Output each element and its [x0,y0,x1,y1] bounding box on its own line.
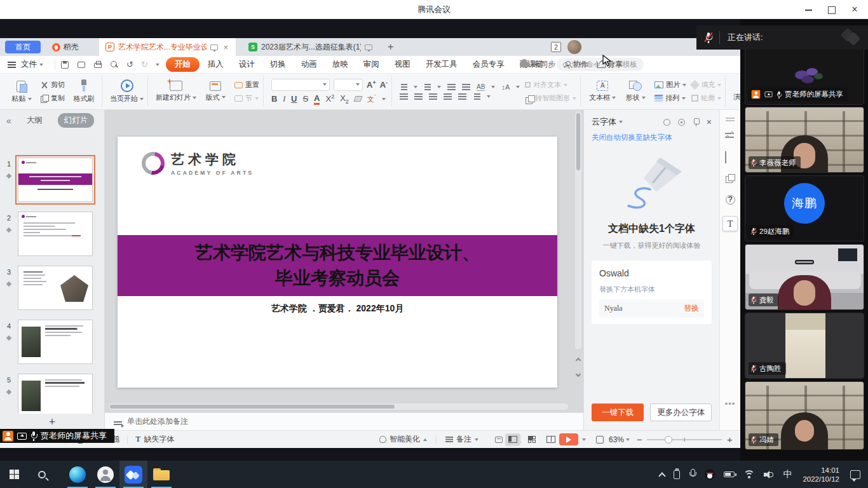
tab-close-icon[interactable]: × [222,43,229,52]
slide-thumbnail-5[interactable]: 5 [0,374,104,414]
share-button[interactable]: 分享 [597,59,623,70]
distribute-icon[interactable] [458,93,466,95]
decrease-indent-icon[interactable] [447,84,456,85]
shapes-button[interactable]: 形状 [621,81,649,102]
previous-slide-button[interactable] [574,355,583,365]
add-slide-button[interactable]: + [0,414,104,430]
more-tools-icon[interactable]: ••• [725,399,736,409]
tray-expand-button[interactable] [655,461,669,488]
gear-icon[interactable] [677,118,686,126]
missing-font-status[interactable]: T缺失字体 [128,434,182,445]
font-family-select[interactable] [271,79,330,91]
slide-thumbnail-3[interactable]: 3 [0,266,104,310]
participant-tile[interactable]: 李薇薇老师 [745,107,864,173]
decrease-font-icon[interactable]: A- [380,79,388,90]
slide-thumbnail-1[interactable]: 1 [0,158,104,202]
menu-item-devtools[interactable]: 开发工具 [419,57,465,72]
horizontal-scrollbar[interactable] [109,403,568,410]
fill-button[interactable]: 填充 [691,80,721,90]
bullet-list-icon[interactable] [401,84,407,85]
justify-icon[interactable] [444,93,452,95]
tray-usb-icon[interactable] [669,461,684,488]
text-direction-button[interactable]: AB [477,83,485,91]
bold-button[interactable]: B [271,94,277,104]
participant-tile[interactable]: 龚毅 [745,244,864,310]
replace-link[interactable]: 替换 [684,303,699,314]
strikethrough-button[interactable]: S [302,94,308,104]
increase-font-icon[interactable]: A+ [367,79,376,90]
taskbar-contacts-app[interactable] [92,461,119,488]
zoom-slider[interactable] [647,439,722,440]
menu-item-transition[interactable]: 切换 [263,57,293,72]
menu-item-slideshow[interactable]: 放映 [325,57,355,72]
tray-battery-icon[interactable] [719,461,739,488]
tray-qq-icon[interactable] [700,461,719,488]
phonetic-guide-button[interactable]: 文ˉ [367,93,376,104]
zoom-out-button[interactable]: − [637,434,642,445]
play-options-icon[interactable] [582,438,586,441]
window-list-badge[interactable]: 2 [551,42,561,52]
next-slide-button[interactable] [574,369,583,379]
align-text-button[interactable]: 对齐文本 [525,80,576,90]
play-from-page-button[interactable]: 当页开始 [110,79,144,104]
feedback-icon[interactable] [663,118,671,126]
zoom-slider-knob[interactable] [665,436,672,444]
subscript-button[interactable]: X2 [340,93,349,105]
participant-tile[interactable]: 古陶胜 [745,313,864,379]
superscript-button[interactable]: X2 [325,93,334,104]
menu-item-member[interactable]: 会员专享 [466,57,512,72]
slideshow-play-button[interactable] [559,433,578,445]
slide-thumbnail-2[interactable]: 2 [0,212,104,256]
panel-title[interactable]: 云字体 [592,116,616,128]
tab-docer[interactable]: 稻壳 [41,38,90,56]
help-icon[interactable]: ? [726,195,735,205]
italic-button[interactable]: I [283,94,285,104]
slide-title-banner[interactable]: 艺术学院艺术与科技专业毕业设计、 毕业考察动员会 [118,235,557,296]
align-center-icon[interactable] [414,93,423,95]
screen-share-banner[interactable]: 贾老师的屏幕共享 [0,429,114,443]
font-size-select[interactable] [334,79,363,91]
close-panel-icon[interactable]: × [707,117,712,127]
tray-ime-indicator[interactable]: 中 [778,461,796,488]
tab-home[interactable]: 首页 [5,41,41,53]
textbox-button[interactable]: A文本框 [588,81,616,102]
taskbar-file-explorer[interactable] [147,461,175,488]
vertical-scrollbar[interactable] [575,111,581,349]
action-center-button[interactable] [846,461,868,488]
underline-button[interactable]: U [291,94,297,104]
columns-icon[interactable] [474,93,480,95]
properties-icon[interactable] [725,130,735,140]
slide-canvas[interactable]: 艺术学院 ACADEMY OF ARTS 艺术学院艺术与科技专业毕业设计、 毕业… [118,137,557,388]
layout-button[interactable]: 版式 [201,81,229,102]
sync-status[interactable]: 未同步 [520,59,555,70]
close-icon[interactable]: × [850,5,859,14]
print-preview-icon[interactable] [110,60,119,69]
menu-item-design[interactable]: 设计 [232,57,262,72]
menu-item-animation[interactable]: 动画 [294,57,324,72]
menu-item-insert[interactable]: 插入 [201,57,231,72]
more-icon[interactable] [156,64,159,66]
zoom-in-button[interactable]: + [727,434,733,445]
text-tool-icon[interactable]: T [722,216,738,231]
tray-mic-icon[interactable] [684,461,700,488]
minimize-icon[interactable] [804,5,813,14]
reset-button[interactable]: 重置 [234,80,259,90]
taskbar-clock[interactable]: 14:012022/10/12 [796,461,846,488]
menu-item-view[interactable]: 视图 [388,57,417,72]
numbered-list-icon[interactable] [424,84,431,85]
file-menu[interactable]: 文件 [21,59,50,70]
menu-item-home[interactable]: 开始 [166,57,200,72]
maximize-icon[interactable] [827,5,836,14]
collapse-sidebar-icon[interactable]: « [6,116,11,126]
new-slide-button[interactable]: 新建幻灯片 [156,81,196,102]
notes-bar[interactable]: 单击此处添加备注 [105,412,583,430]
tab-outline[interactable]: 大纲 [20,113,49,128]
drag-handle-icon[interactable] [726,118,735,119]
notes-button[interactable]: 备注 [438,434,486,445]
arrange-button[interactable]: 排列 [654,93,686,103]
print-icon[interactable] [93,60,102,69]
section-button[interactable]: 节 [234,93,259,103]
increase-indent-icon[interactable] [462,84,470,85]
copy-button[interactable]: 复制 [41,93,65,103]
more-fonts-button[interactable]: 更多办公字体 [650,403,712,421]
